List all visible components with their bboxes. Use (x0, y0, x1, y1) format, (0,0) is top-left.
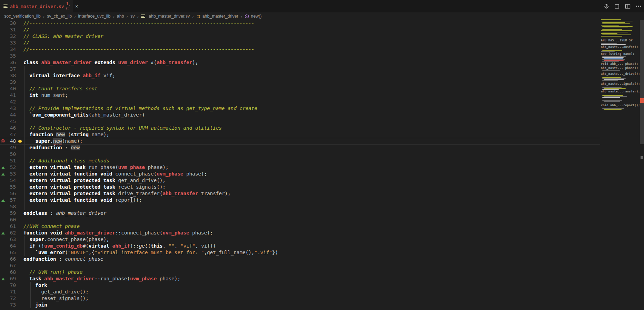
lightbulb-icon[interactable] (18, 140, 22, 143)
line-number[interactable]: 68 (0, 269, 16, 276)
code-line[interactable]: 47 function new (string name); (0, 131, 600, 138)
line-number[interactable]: 51 (0, 158, 16, 164)
code-line[interactable]: 35 (0, 53, 600, 59)
line-number[interactable]: 46 (0, 125, 16, 131)
open-changes-icon[interactable] (614, 3, 620, 9)
code-line[interactable]: 52 extern virtual task run_phase(uvm_pha… (0, 164, 600, 171)
code-line[interactable]: 42 (0, 99, 600, 105)
line-number[interactable]: 30 (0, 20, 16, 27)
scrollbar-slider[interactable] (640, 20, 644, 144)
line-number[interactable]: 40 (0, 86, 16, 92)
line-number[interactable]: 56 (0, 190, 16, 197)
code-line[interactable]: 56 extern virtual protected task drive_t… (0, 190, 600, 197)
breadcrumb-item[interactable]: ahb_master_driver.sv (141, 14, 190, 19)
code-line[interactable]: 49 endfunction : new (0, 144, 600, 151)
line-number[interactable]: 42 (0, 99, 16, 105)
line-number[interactable]: 49 (0, 144, 16, 151)
line-number[interactable]: 39 (0, 79, 16, 86)
code-line[interactable]: 44 `uvm_component_utils(ahb_master_drive… (0, 112, 600, 118)
code-line[interactable]: 37 (0, 66, 600, 72)
line-number[interactable]: 66 (0, 256, 16, 262)
code-line[interactable]: 32// CLASS: ahb_master_driver (0, 33, 600, 40)
line-number[interactable]: 37 (0, 66, 16, 72)
code-line[interactable]: 73 join (0, 302, 600, 308)
code-line[interactable]: 41 int num_sent; (0, 92, 600, 99)
code-line[interactable]: 70 fork (0, 282, 600, 289)
breadcrumb-item[interactable]: ahb (117, 14, 124, 19)
code-line[interactable]: 61//UVM connect_phase (0, 223, 600, 230)
breadcrumb-item[interactable]: ahb_master_driver (196, 14, 238, 19)
split-editor-icon[interactable] (625, 3, 631, 9)
line-number[interactable]: 31 (0, 27, 16, 33)
line-number[interactable]: 38 (0, 72, 16, 79)
code-line[interactable]: 33// (0, 40, 600, 46)
code-line[interactable]: 51 // Additional class methods (0, 158, 600, 164)
line-number[interactable]: 53 (0, 171, 16, 177)
line-number[interactable]: 36 (0, 59, 16, 66)
code-line[interactable]: 54 extern virtual protected task get_and… (0, 177, 600, 184)
code-editor[interactable]: 30//------------------------------------… (0, 20, 600, 310)
settings-gear-icon[interactable] (603, 3, 609, 9)
line-number[interactable]: 70 (0, 282, 16, 289)
code-line[interactable]: 38 virtual interface ahb_if vif; (0, 72, 600, 79)
code-line[interactable]: 40 // Count transfers sent (0, 86, 600, 92)
code-line[interactable]: 53 extern virtual function void connect_… (0, 171, 600, 177)
line-number[interactable]: 43 (0, 105, 16, 112)
line-number[interactable]: 50 (0, 151, 16, 158)
code-line[interactable]: 65 `uvm_error("NOVIF",{"virtual interfac… (0, 249, 600, 256)
minimap[interactable]: AHB_MAS...IVER_SVahb_maste...ansfer);new… (600, 20, 640, 310)
code-line[interactable]: 67 (0, 262, 600, 269)
code-line[interactable]: 62function void ahb_master_driver::conne… (0, 230, 600, 236)
line-number[interactable]: 32 (0, 33, 16, 40)
line-number[interactable]: 33 (0, 40, 16, 46)
code-line[interactable]: 64 if (!uvm_config_db#(virtual ahb_if)::… (0, 243, 600, 249)
code-line[interactable]: 57 extern virtual function void report()… (0, 197, 600, 203)
line-number[interactable]: 67 (0, 262, 16, 269)
code-line[interactable]: 31// (0, 27, 600, 33)
line-number[interactable]: 47 (0, 131, 16, 138)
code-line[interactable]: 66endfunction : connect_phase (0, 256, 600, 262)
code-line[interactable]: 43 // Provide implmentations of virtual … (0, 105, 600, 112)
line-number[interactable]: 65 (0, 249, 16, 256)
line-number[interactable]: 59 (0, 210, 16, 217)
code-line[interactable]: 58 (0, 203, 600, 210)
line-number[interactable]: 57 (0, 197, 16, 203)
line-number[interactable]: 69 (0, 276, 16, 282)
more-actions-icon[interactable] (635, 3, 641, 9)
breadcrumb-item[interactable]: new() (245, 14, 261, 19)
line-number[interactable]: 44 (0, 112, 16, 118)
breadcrumb-item[interactable]: interface_uvc_lib (78, 14, 111, 19)
code-line[interactable]: 55 extern virtual protected task reset_s… (0, 184, 600, 190)
code-line[interactable]: 59endclass : ahb_master_driver (0, 210, 600, 217)
code-line[interactable]: 45 (0, 118, 600, 125)
code-line[interactable]: 34//------------------------------------… (0, 46, 600, 53)
code-line[interactable]: 71 get_and_drive(); (0, 289, 600, 295)
line-number[interactable]: 58 (0, 203, 16, 210)
code-line[interactable]: 36class ahb_master_driver extends uvm_dr… (0, 59, 600, 66)
code-line[interactable]: 63 super.connect_phase(phase); (0, 236, 600, 243)
code-line[interactable]: 72 reset_signals(); (0, 295, 600, 302)
code-line[interactable]: 30//------------------------------------… (0, 20, 600, 27)
line-number[interactable]: 62 (0, 230, 16, 236)
line-number[interactable]: 52 (0, 164, 16, 171)
code-line[interactable]: ×48 super.new(name); (0, 138, 600, 144)
line-number[interactable]: 34 (0, 46, 16, 53)
line-number[interactable]: 64 (0, 243, 16, 249)
close-tab-icon[interactable]: × (75, 4, 78, 9)
code-line[interactable]: 68 // UVM run() phase (0, 269, 600, 276)
line-number[interactable]: 45 (0, 118, 16, 125)
line-number[interactable]: 71 (0, 289, 16, 295)
breadcrumb-item[interactable]: sv_cb_ex_lib (47, 14, 72, 19)
line-number[interactable]: 41 (0, 92, 16, 99)
tab-ahb-master-driver[interactable]: ahb_master_driver.sv 1, C × (0, 0, 73, 12)
line-number[interactable]: 54 (0, 177, 16, 184)
line-number[interactable]: 48 (0, 138, 16, 144)
line-number[interactable]: 61 (0, 223, 16, 230)
line-number[interactable]: 72 (0, 295, 16, 302)
line-number[interactable]: 55 (0, 184, 16, 190)
line-number[interactable]: 35 (0, 53, 16, 59)
code-line[interactable]: 46 // Constructor - required syntax for … (0, 125, 600, 131)
breadcrumb-item[interactable]: sv (130, 14, 135, 19)
breadcrumb-item[interactable]: soc_verification_lib (4, 14, 41, 19)
code-line[interactable]: 50 (0, 151, 600, 158)
